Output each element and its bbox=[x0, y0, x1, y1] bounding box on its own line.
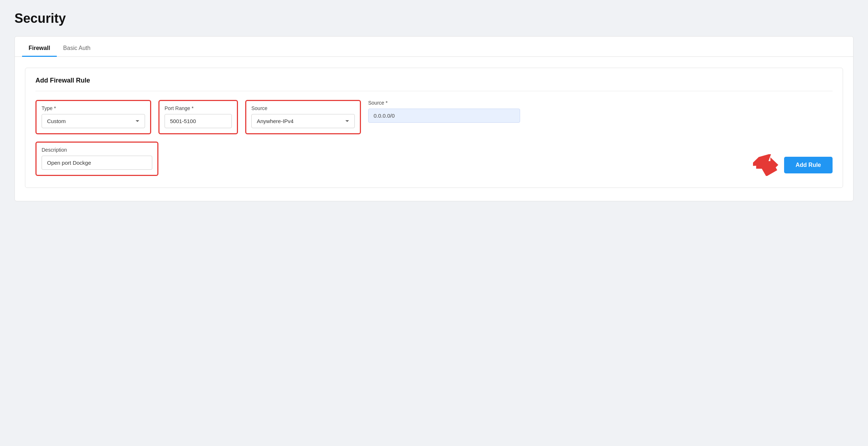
arrow-icon bbox=[753, 154, 778, 176]
tabs-bar: Firewall Basic Auth bbox=[15, 37, 853, 57]
type-label: Type * bbox=[42, 105, 145, 111]
port-range-highlight: Port Range * bbox=[158, 100, 238, 134]
port-range-input[interactable] bbox=[165, 114, 232, 128]
port-range-label: Port Range * bbox=[165, 105, 232, 111]
source-dropdown-highlight: Source Anywhere-IPv4 Anywhere-IPv6 Custo… bbox=[245, 100, 361, 134]
type-highlight: Type * Custom HTTP HTTPS SSH TCP UDP ICM… bbox=[35, 100, 151, 134]
description-field-wrapper: Description bbox=[35, 142, 158, 176]
content-area: Add Firewall Rule Type * Custom HTTP HTT… bbox=[15, 57, 853, 201]
source-readonly-value: 0.0.0.0/0 bbox=[368, 109, 520, 123]
tab-basic-auth[interactable]: Basic Auth bbox=[57, 40, 97, 57]
second-row-right: Add Rule bbox=[753, 154, 833, 176]
add-rule-button[interactable]: Add Rule bbox=[784, 157, 833, 173]
page-title: Security bbox=[14, 11, 854, 26]
main-card: Firewall Basic Auth Add Firewall Rule Ty… bbox=[14, 36, 854, 201]
form-row-2: Description Add bbox=[35, 142, 833, 176]
source-dropdown-select-wrapper: Anywhere-IPv4 Anywhere-IPv6 Custom bbox=[251, 114, 355, 128]
source-input-label: Source * bbox=[368, 100, 520, 106]
description-highlight: Description bbox=[35, 142, 158, 176]
source-dropdown-label: Source bbox=[251, 105, 355, 111]
type-select-wrapper: Custom HTTP HTTPS SSH TCP UDP ICMP bbox=[42, 114, 145, 128]
description-label: Description bbox=[42, 147, 152, 153]
section-card: Add Firewall Rule Type * Custom HTTP HTT… bbox=[25, 68, 843, 188]
source-input-field: Source * 0.0.0.0/0 bbox=[368, 100, 520, 123]
tab-firewall[interactable]: Firewall bbox=[22, 40, 57, 57]
section-title: Add Firewall Rule bbox=[35, 77, 833, 91]
description-input[interactable] bbox=[42, 156, 152, 170]
source-dropdown-field-wrapper: Source Anywhere-IPv4 Anywhere-IPv6 Custo… bbox=[245, 100, 361, 134]
type-select[interactable]: Custom HTTP HTTPS SSH TCP UDP ICMP bbox=[42, 114, 145, 128]
arrow-annotation bbox=[753, 154, 778, 176]
type-field-wrapper: Type * Custom HTTP HTTPS SSH TCP UDP ICM… bbox=[35, 100, 151, 134]
form-row-1: Type * Custom HTTP HTTPS SSH TCP UDP ICM… bbox=[35, 100, 833, 134]
second-row-left: Description bbox=[35, 142, 158, 176]
port-range-field-wrapper: Port Range * bbox=[158, 100, 238, 134]
source-dropdown-select[interactable]: Anywhere-IPv4 Anywhere-IPv6 Custom bbox=[251, 114, 355, 128]
